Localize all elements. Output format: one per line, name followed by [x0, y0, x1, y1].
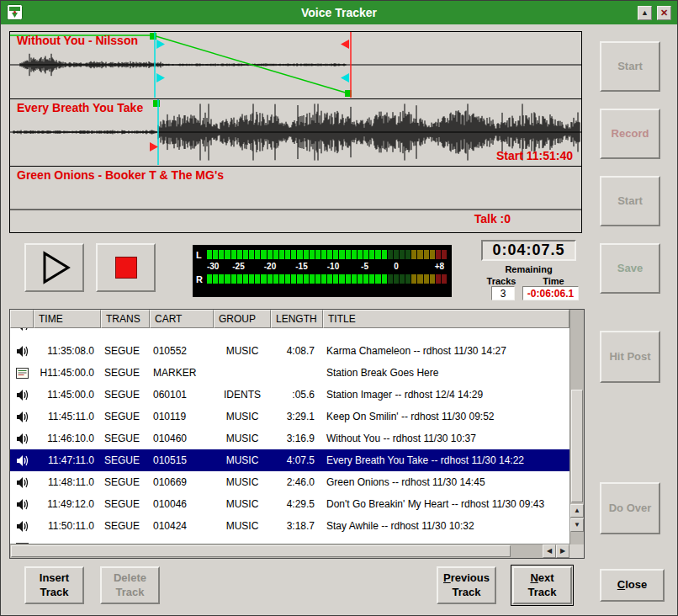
log-table: TIMETRANSCARTGROUPLENGTHTITLE 11:35:08.0… [9, 309, 585, 559]
meter-scale: -30-25-20-15-10-50+8 [207, 260, 447, 273]
titlebar[interactable]: Voice Tracker ▲ ✕ [1, 1, 677, 24]
cell-trans: SEGUE [101, 411, 150, 422]
close-icon[interactable]: ✕ [657, 6, 671, 20]
meter-segment [261, 250, 266, 259]
track-panel-3[interactable]: Green Onions - Booker T & The MG's Talk … [10, 167, 581, 232]
log-row[interactable]: 11:46:10.0SEGUE010460MUSIC3:16.9Without … [10, 427, 569, 449]
meter-segment [394, 274, 399, 284]
meter-segment [411, 250, 416, 259]
meter-segment [417, 274, 422, 284]
meter-segment [430, 274, 435, 284]
meter-segment [382, 274, 387, 284]
record-button[interactable]: Record [600, 109, 660, 159]
window-title: Voice Tracker [1, 6, 677, 19]
panel-corner-label: Talk :0 [474, 212, 511, 226]
column-header[interactable] [10, 310, 34, 328]
cell-title: Station Break Goes Here [323, 367, 569, 379]
log-row[interactable] [10, 328, 569, 340]
log-row[interactable]: H11:45:00.0SEGUEMARKERStation Break Goes… [10, 362, 569, 384]
meter-segment [315, 274, 320, 284]
tracks-label: Tracks [479, 276, 523, 286]
meter-segment [279, 274, 284, 284]
vertical-scrollbar[interactable]: ▲ ▼ [569, 310, 584, 545]
column-header[interactable]: CART [150, 310, 214, 328]
cell-length: 2:46.0 [271, 476, 323, 488]
cell-time: 11:46:10.0 [34, 433, 101, 444]
meter-segment [333, 250, 338, 259]
meter-segment [400, 274, 405, 284]
do-over-button[interactable]: Do Over [600, 482, 660, 534]
cell-length: :05.6 [271, 389, 323, 401]
log-row[interactable]: 11:35:08.0SEGUE010552MUSIC4:08.7Karma Ch… [10, 340, 569, 362]
track-title: Without You - Nilsson [17, 34, 138, 47]
track-panel-2[interactable]: Every Breath You Take Start 11:51:40 [10, 99, 581, 167]
meter-segment [375, 274, 380, 284]
vertical-scrollbar-thumb[interactable] [571, 390, 583, 502]
stop-button[interactable] [96, 243, 156, 292]
log-row[interactable]: 11:50:11.0SEGUE010424MUSIC3:18.7Stay Awh… [10, 515, 569, 537]
meter-segment [255, 250, 260, 259]
track-panel-1[interactable]: Without You - Nilsson [10, 32, 581, 99]
meter-segment [358, 274, 363, 284]
cell-time: 11:35:08.0 [34, 345, 101, 357]
start-1-button[interactable]: Start [600, 41, 660, 92]
log-row[interactable]: 11:45:00.0SEGUE060101IDENTS:05.6Station … [10, 384, 569, 406]
cell-length: 3:18.7 [271, 520, 323, 532]
scroll-down-icon[interactable]: ▼ [570, 518, 584, 532]
meter-scale-label: -10 [327, 262, 339, 271]
meter-segment [315, 250, 320, 259]
meter-segment [255, 274, 260, 284]
scroll-up-icon[interactable]: ▲ [570, 504, 584, 518]
meter-segments-right [207, 274, 447, 284]
meter-segment [261, 274, 266, 284]
log-row[interactable]: 11:47:11.0SEGUE010515MUSIC4:07.5Every Br… [10, 449, 569, 471]
close-button[interactable]: Close [600, 569, 665, 602]
log-row[interactable]: 11:48:11.0SEGUE010669MUSIC2:46.0Green On… [10, 471, 569, 493]
column-header[interactable]: TRANS [101, 310, 150, 328]
cell-group: MUSIC [214, 520, 271, 532]
meter-scale-label: -15 [295, 262, 307, 271]
horizontal-scrollbar[interactable]: ◀ ▶ [10, 544, 569, 558]
meter-segment [352, 274, 357, 284]
log-row[interactable]: 11:45:11.0SEGUE010119MUSIC3:29.1Keep On … [10, 406, 569, 427]
meter-segment [267, 250, 273, 259]
meter-segment [243, 250, 248, 259]
meter-scale-label: 0 [394, 262, 399, 271]
meter-segment [273, 274, 278, 284]
start-2-button[interactable]: Start [600, 176, 660, 226]
meter-segment [405, 250, 411, 259]
meter-segment [231, 274, 236, 284]
meter-segment [285, 250, 290, 259]
save-button[interactable]: Save [600, 243, 660, 294]
hit-post-button[interactable]: Hit Post [600, 331, 660, 383]
play-button[interactable] [24, 243, 84, 292]
cell-length: 3:29.1 [271, 411, 323, 422]
delete-track-button[interactable]: Delete Track [100, 566, 160, 604]
cell-time: 11:49:12.0 [34, 498, 101, 510]
cell-time: 11:45:00.0 [34, 389, 101, 401]
log-row[interactable]: 11:49:12.0SEGUE010046MUSIC4:29.5Don't Go… [10, 493, 569, 515]
scroll-left-icon[interactable]: ◀ [543, 544, 556, 558]
meter-segment [388, 274, 393, 284]
meter-scale-label: -20 [264, 262, 276, 271]
start-marker-icon [156, 40, 165, 49]
column-header[interactable]: GROUP [214, 310, 271, 328]
meter-segment [304, 274, 309, 284]
horizontal-scrollbar-thumb[interactable] [11, 545, 511, 557]
meter-segment [291, 250, 296, 259]
insert-track-button[interactable]: Insert Track [24, 566, 84, 604]
next-track-button[interactable]: Next Track [512, 566, 572, 604]
column-header[interactable]: TIME [34, 310, 101, 328]
scroll-right-icon[interactable]: ▶ [556, 544, 569, 558]
log-main: TIMETRANSCARTGROUPLENGTHTITLE 11:35:08.0… [10, 310, 569, 545]
previous-track-button[interactable]: Previous Track [437, 566, 496, 604]
pin-icon[interactable]: ▲ [638, 6, 652, 20]
column-header[interactable]: LENGTH [271, 310, 323, 328]
meter-segment [213, 274, 218, 284]
meter-segment [339, 250, 344, 259]
cell-length: 3:16.9 [271, 433, 323, 444]
meter-segment [207, 274, 212, 284]
meter-segment [219, 250, 224, 259]
column-header[interactable]: TITLE [323, 310, 569, 328]
cell-title: Station Imager -- rdhost 12/4 14:29 [323, 389, 569, 401]
